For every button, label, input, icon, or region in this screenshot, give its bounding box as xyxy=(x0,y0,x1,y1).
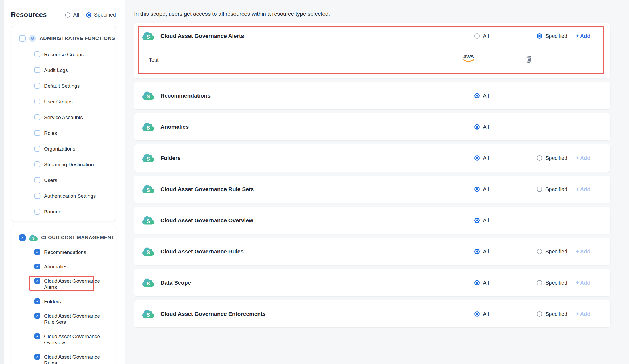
add-button[interactable]: + Add xyxy=(576,155,590,161)
all-radio[interactable] xyxy=(474,33,480,39)
add-button[interactable]: + Add xyxy=(576,280,590,286)
resource-card: $ Recommendations All xyxy=(134,82,610,109)
section-checkbox[interactable]: ✓ xyxy=(19,234,26,241)
sidebar-header: Resources All Specified xyxy=(11,11,116,19)
specified-label: Specified xyxy=(545,33,567,39)
resource-title: Anomalies xyxy=(160,124,474,130)
all-radio[interactable] xyxy=(474,155,480,161)
scope-option-label: Specified xyxy=(94,12,116,18)
all-label: All xyxy=(483,311,489,317)
all-option: All xyxy=(474,124,537,130)
cloud-dollar-icon: $ xyxy=(142,91,154,100)
sidebar-section-card: ⚙ ADMINISTRATIVE FUNCTIONS Resource Grou… xyxy=(11,26,116,221)
specified-label: Specified xyxy=(545,186,567,192)
resource-title: Recommendations xyxy=(160,92,474,99)
all-label: All xyxy=(483,186,489,192)
item-checkbox[interactable] xyxy=(34,130,40,136)
item-checkbox[interactable]: ✓ xyxy=(34,354,40,360)
add-button[interactable]: + Add xyxy=(576,311,590,317)
resource-cards: $ Cloud Asset Governance Alerts All Spec… xyxy=(134,23,629,327)
item-checkbox[interactable] xyxy=(34,177,40,183)
cloud-dollar-icon: $ xyxy=(142,216,154,225)
sidebar-item-label: Roles xyxy=(44,130,57,136)
scope-radio-option[interactable]: All xyxy=(65,12,79,18)
add-option: + Add xyxy=(576,280,600,286)
sidebar-item: User Groups xyxy=(34,99,116,105)
item-checkbox[interactable]: ✓ xyxy=(34,249,40,255)
svg-text:$: $ xyxy=(147,218,150,224)
item-checkbox[interactable]: ✓ xyxy=(34,298,40,304)
add-button[interactable]: + Add xyxy=(576,249,590,255)
sidebar-section-header: ⚙ ADMINISTRATIVE FUNCTIONS xyxy=(11,26,116,42)
all-option: All xyxy=(474,155,537,161)
all-radio[interactable] xyxy=(474,311,480,317)
cloud-dollar-icon: $ xyxy=(142,278,154,288)
all-radio[interactable] xyxy=(474,124,480,130)
cloud-dollar-icon: $ xyxy=(142,184,154,194)
scope-radio-option[interactable]: Specified xyxy=(86,12,116,18)
item-checkbox[interactable] xyxy=(34,161,40,167)
specified-radio[interactable] xyxy=(537,249,542,254)
radio-icon[interactable] xyxy=(65,12,70,18)
specified-radio[interactable] xyxy=(537,187,542,192)
item-checkbox[interactable] xyxy=(34,67,40,73)
all-radio[interactable] xyxy=(474,280,480,285)
item-checkbox[interactable] xyxy=(34,99,40,104)
add-option: + Add xyxy=(576,33,600,39)
sidebar-item: ✓ Anomalies xyxy=(34,264,116,270)
add-button[interactable]: + Add xyxy=(576,186,590,192)
sidebar-item-label: Banner xyxy=(44,209,60,215)
specified-radio[interactable] xyxy=(537,33,542,39)
section-checkbox[interactable] xyxy=(19,35,26,42)
trash-icon xyxy=(525,55,532,63)
specified-radio[interactable] xyxy=(537,280,542,285)
sidebar-item-label: Anomalies xyxy=(44,264,68,270)
sidebar-item-label: Audit Logs xyxy=(44,67,68,73)
sidebar-item: ✓ Cloud Asset Governance Rule Sets xyxy=(34,313,116,325)
main-panel: In this scope, users get access to all r… xyxy=(125,0,629,364)
radio-icon[interactable] xyxy=(86,12,91,18)
add-button[interactable]: + Add xyxy=(576,33,590,39)
sidebar-item: Authentication Settings xyxy=(34,193,116,199)
all-radio[interactable] xyxy=(474,249,480,254)
svg-text:$: $ xyxy=(147,94,150,99)
sidebar-item-label: Default Settings xyxy=(44,83,80,89)
sidebar-item: Roles xyxy=(34,130,116,136)
resource-card: $ Data Scope All Specified + Add xyxy=(134,269,610,296)
item-checkbox[interactable] xyxy=(34,209,40,215)
resource-row: $ Cloud Asset Governance Alerts All Spec… xyxy=(134,23,610,49)
sidebar-item: Banner xyxy=(34,209,116,215)
specified-option: Specified xyxy=(537,280,576,286)
svg-text:$: $ xyxy=(147,249,150,255)
section-label: CLOUD COST MANAGEMENT xyxy=(41,235,114,241)
all-label: All xyxy=(483,249,489,255)
all-option: All xyxy=(474,311,537,317)
specified-radio[interactable] xyxy=(537,311,542,317)
cloud-dollar-icon: $ xyxy=(29,234,38,241)
sidebar-item-label: Streaming Destination xyxy=(44,161,94,168)
all-radio[interactable] xyxy=(474,93,480,98)
item-checkbox[interactable] xyxy=(34,51,40,57)
item-checkbox[interactable] xyxy=(34,114,40,120)
sidebar-item-label: Resource Groups xyxy=(44,51,84,58)
item-checkbox[interactable] xyxy=(34,193,40,199)
all-radio[interactable] xyxy=(474,218,480,223)
sidebar-item: ✓ Folders xyxy=(34,298,116,305)
item-checkbox[interactable] xyxy=(34,146,40,152)
resource-row: $ Data Scope All Specified + Add xyxy=(134,269,610,296)
section-label: ADMINISTRATIVE FUNCTIONS xyxy=(39,35,115,41)
item-checkbox[interactable]: ✓ xyxy=(34,264,40,269)
item-checkbox[interactable] xyxy=(34,83,40,89)
item-checkbox[interactable]: ✓ xyxy=(34,278,40,284)
sidebar-item-label: Cloud Asset Governance Overview xyxy=(44,333,105,346)
all-radio[interactable] xyxy=(474,187,480,192)
sidebar-item: ✓ Cloud Asset Governance Overview xyxy=(34,333,116,346)
specified-option: Specified xyxy=(537,186,576,192)
aws-logo-icon: aws xyxy=(462,54,475,62)
sidebar-item: ✓ Cloud Asset Governance Rules xyxy=(34,354,116,364)
svg-text:$: $ xyxy=(147,312,150,318)
item-checkbox[interactable]: ✓ xyxy=(34,333,40,339)
all-option: All xyxy=(474,249,537,255)
specified-radio[interactable] xyxy=(537,155,542,161)
item-checkbox[interactable]: ✓ xyxy=(34,313,40,319)
